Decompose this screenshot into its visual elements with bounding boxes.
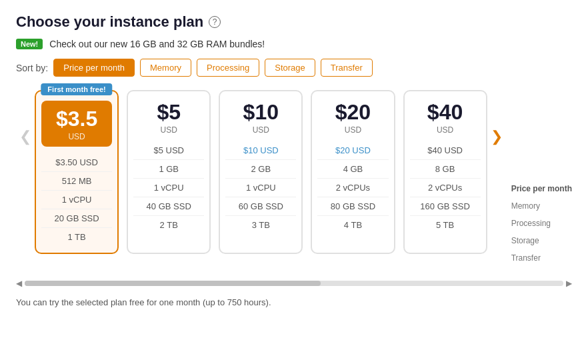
legend-memory: Memory [511,197,572,215]
legend-transfer: Transfer [511,249,572,267]
plan-detail-processing-2: 1 vCPU [133,179,204,197]
plan-price-inner-5: $40 USD [410,101,481,135]
plan-details-2: $5 USD 1 GB 1 vCPU 40 GB SSD 2 TB [133,141,204,234]
plan-detail-storage-2: 40 GB SSD [133,197,204,216]
scrollbar-track[interactable] [25,281,563,286]
plan-details-4: $20 USD 4 GB 2 vCPUs 80 GB SSD 4 TB [317,141,388,234]
plan-detail-storage-1: 20 GB SSD [41,209,112,228]
sort-label: Sort by: [16,63,48,73]
plan-detail-transfer-1: 1 TB [41,228,112,246]
plan-card-5[interactable]: $40 USD $40 USD 8 GB 2 vCPUs 160 GB SSD … [403,90,487,254]
legend-processing: Processing [511,215,572,232]
plan-detail-processing-5: 2 vCPUs [410,179,481,197]
prev-arrow[interactable]: ❮ [16,90,35,170]
sort-transfer[interactable]: Transfer [321,59,373,77]
help-icon[interactable]: ? [209,16,221,28]
plan-detail-memory-5: 8 GB [410,160,481,179]
legend-col: Price per month Memory Processing Storag… [511,90,572,267]
plan-detail-price-2: $5 USD [133,141,204,160]
plan-card-4[interactable]: $20 USD $20 USD 4 GB 2 vCPUs 80 GB SSD 4… [311,90,395,254]
plan-card-2[interactable]: $5 USD $5 USD 1 GB 1 vCPU 40 GB SSD 2 TB [127,90,211,254]
plan-detail-memory-1: 512 MB [41,172,112,191]
plans-area: ❮ First month free! $3.5 USD $3.50 USD 5… [16,90,572,267]
plan-card-1[interactable]: First month free! $3.5 USD $3.50 USD 512… [35,90,119,254]
plan-price-4: $20 [335,101,371,124]
plan-detail-price-1: $3.50 USD [41,153,112,172]
page-header: Choose your instance plan ? [16,13,572,31]
plan-price-3: $10 [243,101,279,124]
plan-price-inner-3: $10 USD [225,101,296,135]
scrollbar-area: ◀ ▶ [16,279,572,288]
plan-detail-price-4: $20 USD [317,141,388,160]
plan-price-inner-2: $5 USD [133,101,204,135]
sort-processing[interactable]: Processing [197,59,259,77]
plan-detail-transfer-5: 5 TB [410,216,481,234]
plan-price-2: $5 [157,101,181,124]
plan-detail-storage-5: 160 GB SSD [410,197,481,216]
plan-detail-price-3: $10 USD [225,141,296,160]
plan-detail-memory-4: 4 GB [317,160,388,179]
next-arrow[interactable]: ❯ [487,90,506,170]
plan-detail-processing-3: 1 vCPU [225,179,296,197]
first-month-badge: First month free! [41,83,112,95]
plan-currency-2: USD [161,125,177,135]
plan-detail-processing-4: 2 vCPUs [317,179,388,197]
plan-price-inner-1: $3.5 USD [41,101,112,147]
plan-currency-5: USD [437,125,453,135]
plan-detail-storage-4: 80 GB SSD [317,197,388,216]
plan-detail-transfer-3: 3 TB [225,216,296,234]
plan-currency-1: USD [68,132,85,141]
plan-currency-3: USD [253,125,269,135]
sort-price-per-month[interactable]: Price per month [53,59,135,77]
scrollbar-right-arrow[interactable]: ▶ [566,279,572,288]
plan-price-1: $3.5 [56,107,97,131]
plan-card-3[interactable]: $10 USD $10 USD 2 GB 1 vCPU 60 GB SSD 3 … [219,90,303,254]
sort-bar: Sort by: Price per month Memory Processi… [16,59,572,77]
plans-container: First month free! $3.5 USD $3.50 USD 512… [35,90,487,254]
plan-price-5: $40 [427,101,463,124]
new-badge: New! [16,39,43,49]
plan-details-3: $10 USD 2 GB 1 vCPU 60 GB SSD 3 TB [225,141,296,234]
plan-details-1: $3.50 USD 512 MB 1 vCPU 20 GB SSD 1 TB [41,153,112,246]
plan-detail-storage-3: 60 GB SSD [225,197,296,216]
promo-text: Check out our new 16 GB and 32 GB RAM bu… [49,39,265,49]
plan-detail-memory-2: 1 GB [133,160,204,179]
plan-details-5: $40 USD 8 GB 2 vCPUs 160 GB SSD 5 TB [410,141,481,234]
plan-detail-transfer-4: 4 TB [317,216,388,234]
plan-detail-memory-3: 2 GB [225,160,296,179]
footer-note: You can try the selected plan free for o… [16,297,572,307]
plan-detail-price-5: $40 USD [410,141,481,160]
plan-detail-processing-1: 1 vCPU [41,191,112,209]
promo-bar: New! Check out our new 16 GB and 32 GB R… [16,39,572,49]
sort-memory[interactable]: Memory [140,59,191,77]
sort-storage[interactable]: Storage [265,59,315,77]
legend-storage: Storage [511,232,572,249]
plan-currency-4: USD [345,125,361,135]
plan-detail-transfer-2: 2 TB [133,216,204,234]
scrollbar-left-arrow[interactable]: ◀ [16,279,22,288]
plan-price-inner-4: $20 USD [317,101,388,135]
scrollbar-thumb [25,281,321,286]
legend-price: Price per month [511,180,572,197]
page-title: Choose your instance plan [16,13,203,31]
